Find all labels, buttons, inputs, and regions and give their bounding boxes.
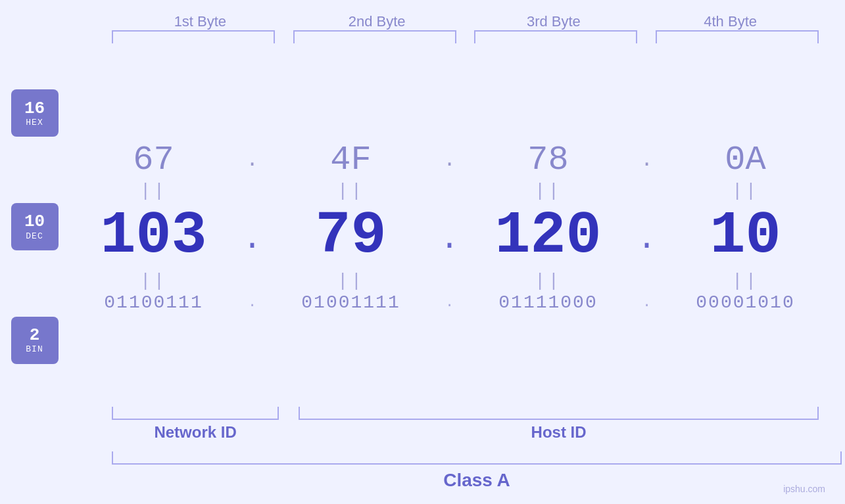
byte-label-4: 4th Byte (642, 13, 819, 30)
bracket-4 (656, 30, 819, 43)
bottom-brackets (112, 407, 819, 420)
dec-badge: 10 DEC (11, 203, 59, 250)
bin-val-2: 01001111 (301, 292, 400, 313)
main-content: 16 HEX 10 DEC 2 BIN 67 . 4F (26, 50, 819, 403)
hex-badge: 16 HEX (11, 89, 59, 137)
eq2-2: || (262, 271, 440, 291)
hex-val-3: 78 (527, 141, 568, 179)
dec-cell-1: 103 (65, 202, 243, 269)
class-label: Class A (112, 470, 842, 491)
bin-badge: 2 BIN (11, 317, 59, 364)
eq2-4: || (657, 271, 834, 291)
equals-row-2: || || || || (65, 271, 834, 291)
values-area: 67 . 4F . 78 . 0A || || (65, 141, 834, 313)
network-id-label: Network ID (112, 423, 279, 442)
bin-val-4: 00001010 (696, 292, 794, 313)
network-bracket (112, 407, 279, 420)
bin-cell-1: 01100111 (65, 292, 243, 313)
class-bracket (112, 451, 842, 465)
eq2-1: || (65, 271, 243, 291)
bin-cell-3: 01111000 (460, 292, 637, 313)
hex-dot-3: . (637, 148, 657, 172)
bin-dot-2: . (440, 294, 460, 311)
bracket-2 (293, 30, 456, 43)
byte-labels-row: 1st Byte 2nd Byte 3rd Byte 4th Byte (26, 13, 819, 30)
main-container: 1st Byte 2nd Byte 3rd Byte 4th Byte 16 H… (0, 0, 845, 504)
bin-dot-3: . (637, 294, 657, 311)
dec-val-3: 120 (495, 202, 601, 269)
bracket-1 (112, 30, 275, 43)
eq-1: || (65, 181, 243, 201)
dec-badge-label: DEC (26, 231, 43, 241)
dec-row: 103 . 79 . 120 . 10 (65, 202, 834, 269)
bracket-3 (474, 30, 637, 43)
eq2-3: || (460, 271, 637, 291)
byte-label-1: 1st Byte (112, 13, 289, 30)
hex-val-4: 0A (725, 141, 765, 179)
host-bracket (299, 407, 819, 420)
hex-val-1: 67 (133, 141, 174, 179)
bin-val-1: 01100111 (104, 292, 203, 313)
hex-cell-4: 0A (657, 141, 834, 179)
hex-cell-3: 78 (460, 141, 637, 179)
hex-cell-2: 4F (262, 141, 440, 179)
eq-3: || (460, 181, 637, 201)
host-id-label: Host ID (299, 423, 819, 442)
hex-row: 67 . 4F . 78 . 0A (65, 141, 834, 179)
bin-badge-label: BIN (26, 344, 43, 354)
eq-2: || (262, 181, 440, 201)
badges-column: 16 HEX 10 DEC 2 BIN (11, 50, 59, 403)
eq-4: || (657, 181, 834, 201)
byte-label-2: 2nd Byte (289, 13, 466, 30)
dec-cell-3: 120 (460, 202, 637, 269)
hex-val-2: 4F (330, 141, 371, 179)
bottom-labels: Network ID Host ID (112, 423, 819, 442)
dec-val-2: 79 (315, 202, 386, 269)
equals-row-1: || || || || (65, 181, 834, 201)
watermark: ipshu.com (783, 484, 825, 494)
hex-dot-1: . (243, 148, 262, 172)
hex-badge-number: 16 (24, 99, 45, 118)
class-row: Class A (26, 451, 819, 491)
dec-badge-number: 10 (24, 212, 45, 231)
bin-dot-1: . (243, 294, 262, 311)
dec-val-4: 10 (710, 202, 781, 269)
top-brackets (26, 30, 819, 43)
dec-val-1: 103 (100, 202, 206, 269)
dec-cell-2: 79 (262, 202, 440, 269)
bin-val-3: 01111000 (498, 292, 597, 313)
hex-cell-1: 67 (65, 141, 243, 179)
hex-badge-label: HEX (26, 118, 43, 127)
bottom-section: Network ID Host ID (26, 407, 819, 442)
bin-badge-number: 2 (30, 326, 40, 345)
dec-cell-4: 10 (657, 202, 834, 269)
bin-cell-4: 00001010 (657, 292, 834, 313)
bin-cell-2: 01001111 (262, 292, 440, 313)
bin-row: 01100111 . 01001111 . 01111000 . 0000101… (65, 292, 834, 313)
hex-dot-2: . (440, 148, 460, 172)
byte-label-3: 3rd Byte (466, 13, 642, 30)
